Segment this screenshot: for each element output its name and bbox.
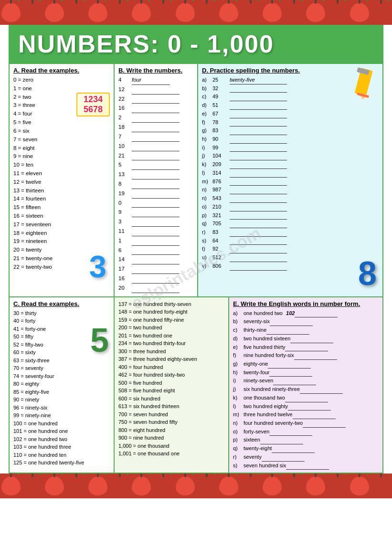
answer-blank[interactable] (260, 436, 303, 444)
answer-blank[interactable] (132, 180, 180, 189)
answer-blank[interactable] (230, 186, 287, 194)
answer-blank[interactable] (132, 123, 180, 132)
table-row: t)92 (202, 245, 379, 253)
list-item: 19 = nineteen (13, 237, 110, 246)
big-number-8: 8 (358, 254, 377, 293)
apple-decoration (45, 3, 64, 22)
answer-blank[interactable] (230, 245, 287, 253)
answer-blank[interactable] (270, 317, 313, 326)
answer-blank[interactable] (303, 419, 346, 428)
word-text: two hundred sixteen (244, 335, 290, 343)
answer-blank[interactable] (286, 462, 329, 470)
answer-blank[interactable] (132, 265, 180, 274)
answer-blank[interactable] (230, 169, 287, 178)
number-value: 4 (118, 76, 132, 84)
row-label: h) (202, 135, 212, 143)
answer-blank[interactable] (230, 144, 287, 152)
answer-blank[interactable] (269, 428, 312, 436)
answer-blank[interactable] (268, 360, 311, 368)
section-b-title: B. Write the numbers. (118, 67, 193, 74)
answer-blank[interactable] (230, 220, 287, 228)
answer-blank[interactable] (273, 377, 316, 385)
answer-blank[interactable] (230, 93, 287, 101)
answer-blank[interactable] (132, 284, 180, 293)
answer-blank[interactable] (132, 190, 180, 199)
answer-blank[interactable] (132, 161, 180, 170)
table-row: r)83 (202, 228, 379, 237)
answer-blank[interactable] (132, 170, 180, 179)
answer-blank[interactable] (230, 203, 287, 211)
apple-decoration (110, 3, 129, 22)
answer-blank[interactable] (132, 142, 180, 151)
answer-blank[interactable] (132, 255, 180, 264)
table-row: 12 (118, 85, 193, 95)
answer-blank[interactable] (230, 253, 287, 262)
table-row: 22 (118, 95, 193, 104)
answer-blank[interactable] (294, 351, 337, 360)
answer-blank[interactable] (230, 194, 287, 203)
answer-blank[interactable] (132, 218, 180, 227)
answer-blank[interactable] (132, 227, 180, 236)
answer-blank[interactable] (230, 110, 287, 118)
list-item: 5 = five (13, 118, 110, 127)
answer-blank[interactable] (230, 262, 287, 271)
word-text: seventy (244, 453, 262, 461)
table-row: 18 (118, 123, 193, 132)
row-label: j) (202, 152, 212, 160)
answer-blank[interactable] (230, 84, 287, 93)
list-item: 148 = one hundred forty-eight (118, 308, 224, 316)
row-label: f) (202, 118, 212, 126)
answer-blank[interactable] (132, 133, 180, 142)
row-label: c) (233, 326, 244, 334)
row-label: q) (233, 444, 244, 453)
number-value: 78 (212, 118, 230, 126)
answer-blank[interactable] (132, 104, 180, 113)
answer-blank[interactable] (290, 335, 333, 343)
list-item: 400 = four hundred (118, 363, 224, 371)
number-value: 2 (118, 114, 132, 122)
number-value: 19 (118, 190, 132, 198)
answer-blank[interactable] (132, 114, 180, 123)
number-value: 49 (212, 93, 230, 101)
answer-blank[interactable] (132, 274, 180, 284)
answer-blank[interactable] (132, 95, 180, 104)
list-item: 387 = three hundred eighty-seven (118, 355, 224, 363)
answer-blank[interactable] (285, 343, 328, 352)
answer-blank[interactable] (230, 228, 287, 237)
answer-blank[interactable] (230, 135, 287, 144)
answer-blank[interactable] (132, 237, 180, 246)
section-d: D. Practice spelling the numbers. a)25tw… (198, 64, 382, 296)
answer-blank[interactable] (230, 211, 287, 220)
number-value: 543 (212, 194, 230, 202)
answer-blank[interactable] (269, 368, 312, 377)
answer-blank[interactable] (132, 85, 180, 95)
table-row: 13 (118, 170, 193, 179)
apple-decoration (371, 3, 391, 22)
answer-blank[interactable] (132, 246, 180, 255)
answer-blank[interactable] (230, 160, 287, 169)
answer-blank[interactable] (132, 199, 180, 208)
row-label: b) (202, 84, 212, 93)
apple-decoration (132, 476, 151, 495)
answer-blank[interactable] (230, 118, 287, 127)
answer-blank[interactable] (262, 453, 305, 462)
table-row: i)99 (202, 144, 379, 152)
answer-blank[interactable] (272, 444, 315, 453)
answer-blank[interactable] (132, 152, 180, 161)
row-label: q) (202, 220, 212, 228)
answer-blank[interactable] (230, 101, 287, 110)
list-item: 900 = nine hundred (118, 434, 224, 442)
number-value: 16 (118, 274, 132, 283)
answer-blank[interactable] (293, 411, 336, 419)
answer-blank[interactable] (266, 326, 309, 335)
answer-blank[interactable] (285, 394, 328, 402)
answer-blank[interactable] (300, 385, 343, 394)
list-item: 800 = eight hundred (118, 426, 224, 434)
answer-blank[interactable] (230, 126, 287, 135)
answer-blank[interactable] (230, 178, 287, 186)
row-label: g) (202, 126, 212, 135)
answer-blank[interactable] (230, 237, 287, 245)
answer-blank[interactable] (288, 402, 331, 411)
answer-blank[interactable] (230, 152, 287, 160)
answer-blank[interactable] (132, 208, 180, 217)
